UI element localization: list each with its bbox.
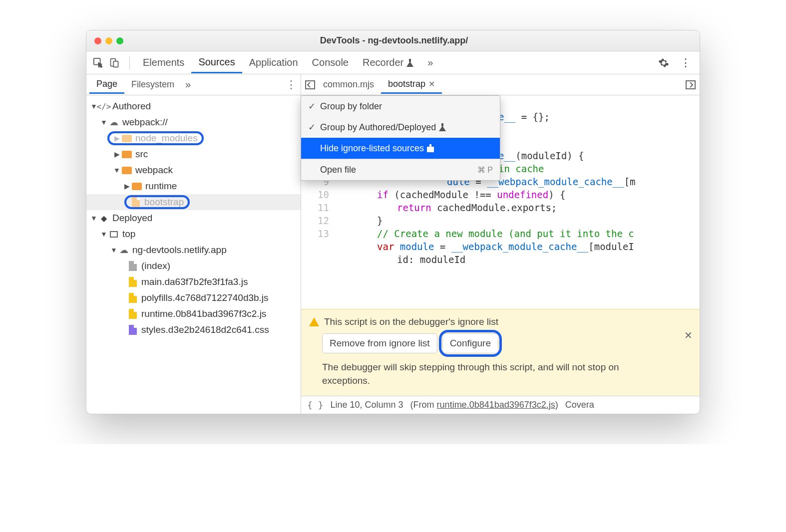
editor-tab-common[interactable]: common.mjs xyxy=(316,76,381,93)
svg-rect-4 xyxy=(686,81,695,89)
cloud-icon xyxy=(118,245,129,256)
infobar-desc: The debugger will skip stepping through … xyxy=(322,360,642,388)
close-infobar-icon[interactable]: ✕ xyxy=(684,329,693,341)
tree-domain[interactable]: ▼ng-devtools.netlify.app xyxy=(86,242,301,258)
tree-runtime[interactable]: ▶runtime xyxy=(86,178,301,194)
source-link[interactable]: runtime.0b841bad3967f3c2.js xyxy=(437,400,555,410)
frame-icon xyxy=(108,229,119,240)
svg-rect-2 xyxy=(113,61,118,67)
editor-tab-label: bootstrap xyxy=(388,79,425,89)
divider xyxy=(129,56,130,69)
close-window-button[interactable] xyxy=(94,37,101,44)
statusbar: { } Line 10, Column 3 (From runtime.0b84… xyxy=(301,396,700,414)
js-file-icon xyxy=(127,308,138,319)
maximize-window-button[interactable] xyxy=(116,37,123,44)
tree-node-modules[interactable]: ▶node_modules xyxy=(86,130,301,146)
tab-console[interactable]: Console xyxy=(305,53,356,72)
tree-index[interactable]: (index) xyxy=(86,258,301,274)
minimize-window-button[interactable] xyxy=(105,37,112,44)
shortcut-text: ⌘ P xyxy=(477,165,493,175)
navigator-more-icon[interactable]: » xyxy=(185,79,191,90)
tree-polyfills-js[interactable]: polyfills.4c768d7122740d3b.js xyxy=(86,290,301,306)
context-menu: ✓Group by folder ✓Group by Authored/Depl… xyxy=(301,95,500,181)
more-tabs-icon[interactable]: » xyxy=(420,53,440,72)
tree-top[interactable]: ▼top xyxy=(86,226,301,242)
menu-group-auth[interactable]: ✓Group by Authored/Deployed xyxy=(301,117,500,138)
navigator-pane: Page Filesystem » ⋮ ▼</>Authored ▼webpac… xyxy=(86,74,301,414)
filesystem-tab[interactable]: Filesystem xyxy=(124,76,181,93)
ignore-list-infobar: This script is on the debugger's ignore … xyxy=(301,309,700,396)
window-title: DevTools - ng-devtools.netlify.app/ xyxy=(123,35,665,46)
coverage-label: Covera xyxy=(565,400,594,410)
device-toggle-icon[interactable] xyxy=(107,56,121,70)
editor-pane: common.mjs bootstrap ✕ ✓Group by folder … xyxy=(301,74,700,414)
tab-sources[interactable]: Sources xyxy=(191,52,242,73)
navigator-menu-icon[interactable]: ⋮ xyxy=(285,78,298,91)
navigator-tabs: Page Filesystem » ⋮ xyxy=(86,74,301,95)
tree-main-js[interactable]: main.da63f7b2fe3f1fa3.js xyxy=(86,274,301,290)
content-area: Page Filesystem » ⋮ ▼</>Authored ▼webpac… xyxy=(86,74,700,414)
cloud-icon xyxy=(108,117,119,128)
pretty-print-icon[interactable]: { } xyxy=(307,400,324,410)
more-menu-icon[interactable]: ⋮ xyxy=(679,56,693,70)
tree-src[interactable]: ▶src xyxy=(86,146,301,162)
menu-hide-ignore[interactable]: Hide ignore-listed sources xyxy=(301,138,500,159)
source-tree: ▼</>Authored ▼webpack:// ▶node_modules ▶… xyxy=(86,95,301,414)
toggle-sidebar-icon[interactable] xyxy=(685,80,697,89)
main-toolbar: Elements Sources Application Console Rec… xyxy=(86,51,700,74)
devtools-window: DevTools - ng-devtools.netlify.app/ Elem… xyxy=(86,30,700,414)
inspect-element-icon[interactable] xyxy=(91,56,105,70)
menu-group-folder[interactable]: ✓Group by folder xyxy=(301,96,500,117)
js-file-icon xyxy=(127,292,138,303)
css-file-icon xyxy=(127,324,138,335)
traffic-lights xyxy=(94,37,123,44)
flask-icon xyxy=(427,144,434,152)
cursor-position: Line 10, Column 3 xyxy=(331,400,403,410)
tab-recorder[interactable]: Recorder xyxy=(356,53,420,72)
nav-back-icon[interactable] xyxy=(304,80,316,89)
page-tab[interactable]: Page xyxy=(89,76,124,94)
folder-icon xyxy=(121,133,132,144)
tree-deployed[interactable]: ▼Deployed xyxy=(86,210,301,226)
tree-bootstrap[interactable]: bootstrap xyxy=(86,194,301,210)
flask-icon xyxy=(439,123,446,131)
folder-icon xyxy=(121,149,132,160)
tab-recorder-label: Recorder xyxy=(363,57,403,68)
file-icon xyxy=(127,261,138,271)
cube-icon xyxy=(98,213,109,224)
configure-button[interactable]: Configure xyxy=(442,333,498,353)
flask-icon xyxy=(406,59,413,67)
infobar-title: This script is on the debugger's ignore … xyxy=(324,316,498,327)
tree-authored[interactable]: ▼</>Authored xyxy=(86,98,301,114)
settings-gear-icon[interactable] xyxy=(657,56,671,70)
tree-webpack-root[interactable]: ▼webpack:// xyxy=(86,114,301,130)
tree-webpack-folder[interactable]: ▼webpack xyxy=(86,162,301,178)
remove-from-ignore-button[interactable]: Remove from ignore list xyxy=(322,333,437,353)
folder-icon xyxy=(121,165,132,176)
tree-styles-css[interactable]: styles.d3e2b24618d2c641.css xyxy=(86,322,301,338)
warning-icon xyxy=(309,317,319,326)
tab-elements[interactable]: Elements xyxy=(136,53,191,72)
js-file-icon xyxy=(127,276,138,287)
file-icon xyxy=(130,197,141,208)
tree-runtime-js[interactable]: runtime.0b841bad3967f3c2.js xyxy=(86,306,301,322)
folder-icon xyxy=(131,181,142,192)
tab-application[interactable]: Application xyxy=(242,53,305,72)
editor-tabs: common.mjs bootstrap ✕ xyxy=(301,74,700,95)
close-tab-icon[interactable]: ✕ xyxy=(428,79,435,89)
menu-open-file[interactable]: Open file⌘ P xyxy=(301,159,500,180)
code-icon: </> xyxy=(98,101,109,112)
editor-tab-bootstrap[interactable]: bootstrap ✕ xyxy=(381,76,442,94)
top-tabs: Elements Sources Application Console Rec… xyxy=(136,52,440,73)
titlebar: DevTools - ng-devtools.netlify.app/ xyxy=(86,30,700,51)
from-source: (From runtime.0b841bad3967f3c2.js) xyxy=(410,400,558,410)
